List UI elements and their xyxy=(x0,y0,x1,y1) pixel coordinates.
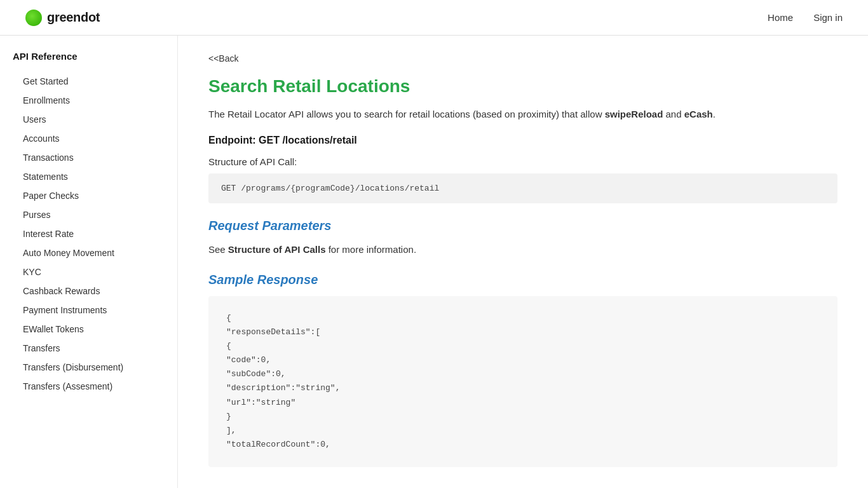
sidebar-item-transfers-disbursement[interactable]: Transfers (Disbursement) xyxy=(13,358,165,377)
description: The Retail Locator API allows you to sea… xyxy=(208,107,837,122)
request-params-title: Request Parameters xyxy=(208,219,837,233)
logo-icon xyxy=(25,10,42,26)
sidebar-item-enrollments[interactable]: Enrollments xyxy=(13,91,165,110)
logo-text: greendot xyxy=(47,10,100,25)
sidebar-item-cashback-rewards[interactable]: Cashback Rewards xyxy=(13,281,165,301)
api-code-block: GET /programs/{programCode}/locations/re… xyxy=(208,173,837,203)
sidebar-item-transfers[interactable]: Transfers xyxy=(13,339,165,358)
sidebar-item-transfers-assesment[interactable]: Transfers (Assesment) xyxy=(13,377,165,396)
sample-response-block: { "responseDetails":[ { "code":0, "subCo… xyxy=(208,296,837,467)
structure-label: Structure of API Call: xyxy=(208,156,837,167)
code-line-10: "totalRecordCount":0, xyxy=(226,438,820,452)
sidebar-item-purses[interactable]: Purses xyxy=(13,205,165,224)
header-nav: Home Sign in xyxy=(768,12,843,23)
sidebar-item-get-started[interactable]: Get Started xyxy=(13,72,165,91)
sidebar-item-auto-money-movement[interactable]: Auto Money Movement xyxy=(13,243,165,262)
description-text-end: . xyxy=(713,109,715,119)
request-text-end: for more information. xyxy=(326,244,417,255)
code-line-3: { xyxy=(226,339,820,353)
sidebar-item-kyc[interactable]: KYC xyxy=(13,262,165,281)
layout: API Reference Get Started Enrollments Us… xyxy=(0,36,868,488)
sidebar-item-interest-rate[interactable]: Interest Rate xyxy=(13,224,165,243)
sidebar-item-paper-checks[interactable]: Paper Checks xyxy=(13,186,165,205)
sidebar-item-transactions[interactable]: Transactions xyxy=(13,148,165,167)
back-link[interactable]: <<Back xyxy=(208,53,238,64)
sidebar-title: API Reference xyxy=(13,51,165,62)
request-text-bold: Structure of API Calls xyxy=(228,244,326,255)
code-line-1: { xyxy=(226,311,820,325)
code-line-4: "code":0, xyxy=(226,353,820,367)
api-code: GET /programs/{programCode}/locations/re… xyxy=(221,184,439,193)
request-text-start: See xyxy=(208,244,228,255)
code-line-8: } xyxy=(226,410,820,424)
header: greendot Home Sign in xyxy=(0,0,868,36)
signin-link[interactable]: Sign in xyxy=(813,12,843,23)
request-text: See Structure of API Calls for more info… xyxy=(208,242,837,257)
sidebar-item-accounts[interactable]: Accounts xyxy=(13,129,165,148)
sidebar-item-ewallet-tokens[interactable]: EWallet Tokens xyxy=(13,320,165,339)
home-link[interactable]: Home xyxy=(768,12,793,23)
code-line-9: ], xyxy=(226,424,820,438)
main-content: <<Back Search Retail Locations The Retai… xyxy=(178,36,868,488)
code-line-6: "description":"string", xyxy=(226,381,820,395)
endpoint-label: Endpoint: GET /locations/retail xyxy=(208,135,837,146)
description-bold1: swipeReload xyxy=(605,109,663,119)
sidebar-item-statements[interactable]: Statements xyxy=(13,167,165,186)
sample-response-title: Sample Response xyxy=(208,273,837,287)
sidebar: API Reference Get Started Enrollments Us… xyxy=(0,36,178,488)
sidebar-item-users[interactable]: Users xyxy=(13,110,165,129)
description-text-start: The Retail Locator API allows you to sea… xyxy=(208,109,605,119)
code-line-2: "responseDetails":[ xyxy=(226,325,820,339)
page-title: Search Retail Locations xyxy=(208,76,837,97)
code-line-7: "url":"string" xyxy=(226,396,820,410)
description-text-mid: and xyxy=(663,109,684,119)
logo: greendot xyxy=(25,10,100,26)
description-bold2: eCash xyxy=(684,109,713,119)
sidebar-item-payment-instruments[interactable]: Payment Instruments xyxy=(13,301,165,320)
code-line-5: "subCode":0, xyxy=(226,367,820,381)
